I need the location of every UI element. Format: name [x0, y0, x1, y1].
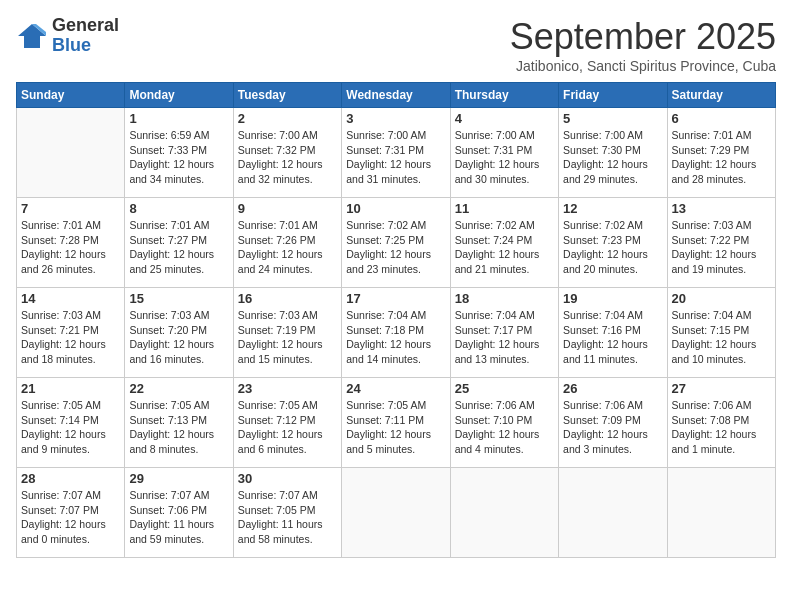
day-cell: 20Sunrise: 7:04 AM Sunset: 7:15 PM Dayli… — [667, 288, 775, 378]
day-number: 28 — [21, 471, 120, 486]
day-cell: 24Sunrise: 7:05 AM Sunset: 7:11 PM Dayli… — [342, 378, 450, 468]
day-info: Sunrise: 7:07 AM Sunset: 7:06 PM Dayligh… — [129, 488, 228, 547]
weekday-header-friday: Friday — [559, 83, 667, 108]
day-number: 18 — [455, 291, 554, 306]
month-title: September 2025 — [510, 16, 776, 58]
day-number: 16 — [238, 291, 337, 306]
day-cell: 14Sunrise: 7:03 AM Sunset: 7:21 PM Dayli… — [17, 288, 125, 378]
day-cell: 16Sunrise: 7:03 AM Sunset: 7:19 PM Dayli… — [233, 288, 341, 378]
day-cell: 27Sunrise: 7:06 AM Sunset: 7:08 PM Dayli… — [667, 378, 775, 468]
day-info: Sunrise: 7:04 AM Sunset: 7:18 PM Dayligh… — [346, 308, 445, 367]
weekday-header-sunday: Sunday — [17, 83, 125, 108]
day-number: 15 — [129, 291, 228, 306]
day-number: 23 — [238, 381, 337, 396]
day-info: Sunrise: 7:02 AM Sunset: 7:24 PM Dayligh… — [455, 218, 554, 277]
day-number: 6 — [672, 111, 771, 126]
subtitle: Jatibonico, Sancti Spiritus Province, Cu… — [510, 58, 776, 74]
day-number: 2 — [238, 111, 337, 126]
day-cell: 2Sunrise: 7:00 AM Sunset: 7:32 PM Daylig… — [233, 108, 341, 198]
day-cell: 26Sunrise: 7:06 AM Sunset: 7:09 PM Dayli… — [559, 378, 667, 468]
day-info: Sunrise: 7:00 AM Sunset: 7:31 PM Dayligh… — [455, 128, 554, 187]
day-info: Sunrise: 7:06 AM Sunset: 7:09 PM Dayligh… — [563, 398, 662, 457]
weekday-header-wednesday: Wednesday — [342, 83, 450, 108]
day-info: Sunrise: 7:03 AM Sunset: 7:19 PM Dayligh… — [238, 308, 337, 367]
day-info: Sunrise: 7:01 AM Sunset: 7:27 PM Dayligh… — [129, 218, 228, 277]
weekday-header-monday: Monday — [125, 83, 233, 108]
calendar: SundayMondayTuesdayWednesdayThursdayFrid… — [16, 82, 776, 558]
day-cell: 5Sunrise: 7:00 AM Sunset: 7:30 PM Daylig… — [559, 108, 667, 198]
day-cell: 28Sunrise: 7:07 AM Sunset: 7:07 PM Dayli… — [17, 468, 125, 558]
week-row-4: 28Sunrise: 7:07 AM Sunset: 7:07 PM Dayli… — [17, 468, 776, 558]
day-info: Sunrise: 7:00 AM Sunset: 7:30 PM Dayligh… — [563, 128, 662, 187]
day-info: Sunrise: 7:04 AM Sunset: 7:16 PM Dayligh… — [563, 308, 662, 367]
day-cell: 23Sunrise: 7:05 AM Sunset: 7:12 PM Dayli… — [233, 378, 341, 468]
day-cell: 4Sunrise: 7:00 AM Sunset: 7:31 PM Daylig… — [450, 108, 558, 198]
day-number: 5 — [563, 111, 662, 126]
day-cell: 6Sunrise: 7:01 AM Sunset: 7:29 PM Daylig… — [667, 108, 775, 198]
day-info: Sunrise: 7:03 AM Sunset: 7:21 PM Dayligh… — [21, 308, 120, 367]
day-cell: 3Sunrise: 7:00 AM Sunset: 7:31 PM Daylig… — [342, 108, 450, 198]
day-number: 12 — [563, 201, 662, 216]
day-info: Sunrise: 7:05 AM Sunset: 7:14 PM Dayligh… — [21, 398, 120, 457]
week-row-3: 21Sunrise: 7:05 AM Sunset: 7:14 PM Dayli… — [17, 378, 776, 468]
day-info: Sunrise: 7:01 AM Sunset: 7:28 PM Dayligh… — [21, 218, 120, 277]
day-info: Sunrise: 7:00 AM Sunset: 7:31 PM Dayligh… — [346, 128, 445, 187]
week-row-2: 14Sunrise: 7:03 AM Sunset: 7:21 PM Dayli… — [17, 288, 776, 378]
day-number: 25 — [455, 381, 554, 396]
day-info: Sunrise: 7:04 AM Sunset: 7:15 PM Dayligh… — [672, 308, 771, 367]
day-number: 13 — [672, 201, 771, 216]
day-number: 21 — [21, 381, 120, 396]
day-number: 4 — [455, 111, 554, 126]
day-number: 26 — [563, 381, 662, 396]
day-cell: 30Sunrise: 7:07 AM Sunset: 7:05 PM Dayli… — [233, 468, 341, 558]
weekday-header-row: SundayMondayTuesdayWednesdayThursdayFrid… — [17, 83, 776, 108]
day-number: 7 — [21, 201, 120, 216]
day-number: 14 — [21, 291, 120, 306]
day-number: 11 — [455, 201, 554, 216]
day-info: Sunrise: 7:05 AM Sunset: 7:12 PM Dayligh… — [238, 398, 337, 457]
day-cell — [17, 108, 125, 198]
day-number: 1 — [129, 111, 228, 126]
day-info: Sunrise: 7:01 AM Sunset: 7:26 PM Dayligh… — [238, 218, 337, 277]
day-info: Sunrise: 7:01 AM Sunset: 7:29 PM Dayligh… — [672, 128, 771, 187]
day-cell: 21Sunrise: 7:05 AM Sunset: 7:14 PM Dayli… — [17, 378, 125, 468]
day-cell: 18Sunrise: 7:04 AM Sunset: 7:17 PM Dayli… — [450, 288, 558, 378]
day-cell: 13Sunrise: 7:03 AM Sunset: 7:22 PM Dayli… — [667, 198, 775, 288]
weekday-header-saturday: Saturday — [667, 83, 775, 108]
day-cell: 12Sunrise: 7:02 AM Sunset: 7:23 PM Dayli… — [559, 198, 667, 288]
day-number: 19 — [563, 291, 662, 306]
logo-general: General — [52, 16, 119, 36]
day-info: Sunrise: 6:59 AM Sunset: 7:33 PM Dayligh… — [129, 128, 228, 187]
day-cell — [342, 468, 450, 558]
day-number: 29 — [129, 471, 228, 486]
day-cell: 15Sunrise: 7:03 AM Sunset: 7:20 PM Dayli… — [125, 288, 233, 378]
day-cell: 1Sunrise: 6:59 AM Sunset: 7:33 PM Daylig… — [125, 108, 233, 198]
logo: General Blue — [16, 16, 119, 56]
day-cell — [450, 468, 558, 558]
week-row-1: 7Sunrise: 7:01 AM Sunset: 7:28 PM Daylig… — [17, 198, 776, 288]
day-number: 3 — [346, 111, 445, 126]
day-number: 22 — [129, 381, 228, 396]
day-cell: 8Sunrise: 7:01 AM Sunset: 7:27 PM Daylig… — [125, 198, 233, 288]
day-cell: 10Sunrise: 7:02 AM Sunset: 7:25 PM Dayli… — [342, 198, 450, 288]
weekday-header-thursday: Thursday — [450, 83, 558, 108]
day-number: 17 — [346, 291, 445, 306]
weekday-header-tuesday: Tuesday — [233, 83, 341, 108]
day-cell — [667, 468, 775, 558]
day-cell: 11Sunrise: 7:02 AM Sunset: 7:24 PM Dayli… — [450, 198, 558, 288]
title-area: September 2025 Jatibonico, Sancti Spirit… — [510, 16, 776, 74]
day-number: 10 — [346, 201, 445, 216]
day-cell: 7Sunrise: 7:01 AM Sunset: 7:28 PM Daylig… — [17, 198, 125, 288]
logo-icon — [16, 22, 48, 50]
day-number: 24 — [346, 381, 445, 396]
day-info: Sunrise: 7:02 AM Sunset: 7:25 PM Dayligh… — [346, 218, 445, 277]
day-info: Sunrise: 7:07 AM Sunset: 7:07 PM Dayligh… — [21, 488, 120, 547]
logo-blue: Blue — [52, 36, 119, 56]
day-info: Sunrise: 7:06 AM Sunset: 7:10 PM Dayligh… — [455, 398, 554, 457]
day-number: 9 — [238, 201, 337, 216]
day-cell — [559, 468, 667, 558]
day-cell: 19Sunrise: 7:04 AM Sunset: 7:16 PM Dayli… — [559, 288, 667, 378]
day-cell: 17Sunrise: 7:04 AM Sunset: 7:18 PM Dayli… — [342, 288, 450, 378]
header-area: General Blue September 2025 Jatibonico, … — [16, 16, 776, 74]
day-info: Sunrise: 7:04 AM Sunset: 7:17 PM Dayligh… — [455, 308, 554, 367]
